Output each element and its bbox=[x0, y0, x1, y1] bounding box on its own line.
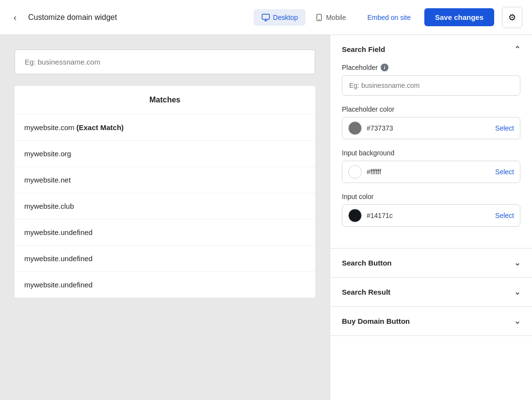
buy-domain-label: Buy Domain Button bbox=[342, 317, 410, 325]
placeholder-color-label: Placeholder color bbox=[342, 105, 520, 113]
list-item: mywebsite.undefined bbox=[15, 246, 315, 272]
desktop-toggle[interactable]: Desktop bbox=[254, 9, 306, 26]
search-input-preview: Eg: businessname.com bbox=[15, 50, 315, 74]
svg-rect-0 bbox=[262, 14, 269, 19]
input-bg-value: #ffffff bbox=[367, 168, 495, 176]
gear-icon: ⚙ bbox=[508, 12, 516, 23]
main-layout: Eg: businessname.com Matches mywebsite.c… bbox=[0, 35, 532, 400]
input-color-select[interactable]: Select bbox=[495, 212, 514, 219]
placeholder-color-value: #737373 bbox=[367, 124, 495, 132]
placeholder-color-row: #737373 Select bbox=[342, 117, 520, 139]
embed-button[interactable]: Embed on site bbox=[361, 10, 417, 25]
search-field-body: Placeholder i Placeholder color #737373 … bbox=[330, 64, 532, 248]
input-color-value: #14171c bbox=[367, 212, 495, 219]
matches-section: Matches mywebsite.com (Exact Match)myweb… bbox=[15, 86, 315, 298]
search-field-label: Search Field bbox=[342, 45, 385, 53]
input-color-label: Input color bbox=[342, 193, 520, 200]
settings-panel: Search Field ⌃ Placeholder i Placeholder… bbox=[330, 35, 532, 400]
input-color-row: #14171c Select bbox=[342, 204, 520, 227]
placeholder-color-swatch bbox=[348, 121, 362, 135]
save-button[interactable]: Save changes bbox=[424, 8, 494, 26]
list-item: mywebsite.club bbox=[15, 193, 315, 219]
chevron-down-icon-search: ⌄ bbox=[514, 258, 520, 267]
preview-panel: Eg: businessname.com Matches mywebsite.c… bbox=[0, 35, 330, 400]
back-button[interactable]: ‹ bbox=[10, 9, 20, 26]
buy-domain-header[interactable]: Buy Domain Button ⌄ bbox=[330, 307, 532, 335]
mobile-toggle[interactable]: Mobile bbox=[307, 9, 354, 26]
search-result-label: Search Result bbox=[342, 288, 390, 296]
placeholder-input[interactable] bbox=[342, 75, 520, 96]
search-result-header[interactable]: Search Result ⌄ bbox=[330, 278, 532, 306]
search-button-label: Search Button bbox=[342, 259, 392, 267]
input-bg-row: #ffffff Select bbox=[342, 161, 520, 183]
input-bg-label: Input background bbox=[342, 149, 520, 157]
search-button-section: Search Button ⌄ bbox=[330, 249, 532, 278]
desktop-icon bbox=[261, 13, 270, 22]
list-item: mywebsite.undefined bbox=[15, 272, 315, 298]
settings-gear-button[interactable]: ⚙ bbox=[502, 7, 522, 28]
buy-domain-section: Buy Domain Button ⌄ bbox=[330, 307, 532, 336]
placeholder-color-select[interactable]: Select bbox=[495, 124, 514, 132]
chevron-up-icon: ⌃ bbox=[514, 45, 520, 54]
search-field-header[interactable]: Search Field ⌃ bbox=[330, 35, 532, 64]
mobile-icon bbox=[315, 13, 323, 22]
page-title: Customize domain widget bbox=[28, 13, 117, 22]
list-item: mywebsite.com (Exact Match) bbox=[15, 115, 315, 141]
input-color-swatch bbox=[348, 209, 362, 222]
list-item: mywebsite.net bbox=[15, 167, 315, 193]
input-bg-select[interactable]: Select bbox=[495, 168, 514, 176]
info-icon[interactable]: i bbox=[381, 64, 388, 71]
domain-list: mywebsite.com (Exact Match)mywebsite.org… bbox=[15, 115, 315, 298]
chevron-down-icon-result: ⌄ bbox=[514, 287, 520, 297]
list-item: mywebsite.undefined bbox=[15, 219, 315, 246]
search-button-header[interactable]: Search Button ⌄ bbox=[330, 249, 532, 277]
input-bg-swatch bbox=[348, 165, 362, 179]
matches-title: Matches bbox=[15, 86, 315, 115]
search-field-section: Search Field ⌃ Placeholder i Placeholder… bbox=[330, 35, 532, 249]
app-header: ‹ Customize domain widget Desktop Mobile… bbox=[0, 0, 532, 35]
search-result-section: Search Result ⌄ bbox=[330, 278, 532, 307]
chevron-down-icon-buy: ⌄ bbox=[514, 317, 520, 326]
view-toggle-group: Desktop Mobile bbox=[254, 9, 354, 26]
list-item: mywebsite.org bbox=[15, 141, 315, 167]
placeholder-label: Placeholder i bbox=[342, 64, 520, 71]
